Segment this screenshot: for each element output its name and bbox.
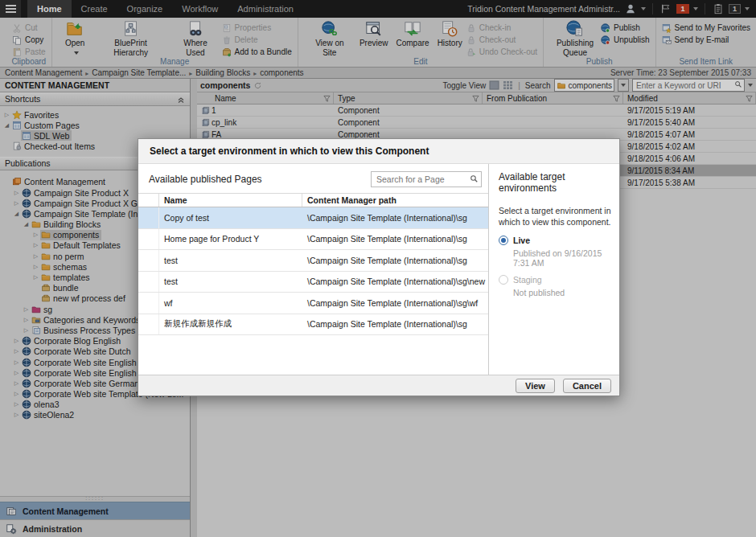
page-name-cell: test xyxy=(159,256,302,265)
pages-table-header: Name Content Manager path xyxy=(138,193,488,207)
page-path-cell: \Campaign Site Template (International)\… xyxy=(302,213,488,223)
pages-table-rows: Copy of test \Campaign Site Template (In… xyxy=(138,207,488,335)
page-name-cell: test xyxy=(159,277,302,286)
environment-instruction: Select a target environment in which to … xyxy=(499,205,611,228)
page-name-cell: 新規作成新規作成 xyxy=(159,318,302,330)
environment-note: Not published xyxy=(513,288,611,297)
page-row[interactable]: 新規作成新規作成 \Campaign Site Template (Intern… xyxy=(138,314,488,336)
page-path-cell: \Campaign Site Template (International)\… xyxy=(302,234,488,244)
page-row[interactable]: wf \Campaign Site Template (Internationa… xyxy=(138,293,488,314)
cancel-button[interactable]: Cancel xyxy=(563,379,611,393)
page-search xyxy=(371,171,482,187)
page-search-input[interactable] xyxy=(371,171,482,187)
page-row[interactable]: test \Campaign Site Template (Internatio… xyxy=(138,272,488,293)
published-pages-heading: Available published Pages xyxy=(149,174,262,185)
select-target-environment-dialog: Select a target environment in which to … xyxy=(138,138,620,396)
search-icon[interactable] xyxy=(470,174,479,183)
application-window: HomeCreateOrganizeWorkflowAdministration… xyxy=(0,0,756,537)
environment-options: Live Published on 9/16/2015 7:31 AM Stag… xyxy=(499,236,611,297)
target-environments-pane: Available target environments Select a t… xyxy=(489,164,619,375)
gutter-cell xyxy=(138,250,159,271)
gutter-cell xyxy=(138,293,159,314)
page-row[interactable]: test \Campaign Site Template (Internatio… xyxy=(138,250,488,272)
page-name-cell: Home page for Product Y xyxy=(159,234,302,244)
column-header-content-manager-path[interactable]: Content Manager path xyxy=(302,194,488,207)
page-path-cell: \Campaign Site Template (International)\… xyxy=(302,298,488,308)
radio-icon[interactable] xyxy=(499,275,508,285)
gutter-column xyxy=(138,194,159,207)
dialog-footer: View Cancel xyxy=(138,375,619,396)
view-button[interactable]: View xyxy=(516,379,555,393)
gutter-cell xyxy=(138,207,159,228)
dialog-title: Select a target environment in which to … xyxy=(138,139,619,164)
column-header-page-name[interactable]: Name xyxy=(159,194,302,207)
page-path-cell: \Campaign Site Template (International)\… xyxy=(302,256,488,265)
gutter-cell xyxy=(138,272,159,293)
environment-label: Live xyxy=(513,236,530,245)
page-path-cell: \Campaign Site Template (International)\… xyxy=(302,319,488,329)
gutter-cell xyxy=(138,229,159,250)
environment-note: Published on 9/16/2015 7:31 AM xyxy=(513,248,611,268)
radio-icon[interactable] xyxy=(499,236,508,245)
page-name-cell: Copy of test xyxy=(159,213,302,223)
environment-option[interactable]: Staging Not published xyxy=(499,275,611,297)
gutter-cell xyxy=(138,314,159,335)
page-path-cell: \Campaign Site Template (International)\… xyxy=(302,277,488,286)
environment-label: Staging xyxy=(513,275,542,285)
published-pages-pane: Available published Pages Name Content M… xyxy=(138,164,489,375)
target-environments-heading: Available target environments xyxy=(499,171,611,194)
environment-option[interactable]: Live Published on 9/16/2015 7:31 AM xyxy=(499,236,611,268)
page-name-cell: wf xyxy=(159,298,302,308)
page-row[interactable]: Home page for Product Y \Campaign Site T… xyxy=(138,229,488,251)
page-row[interactable]: Copy of test \Campaign Site Template (In… xyxy=(138,207,488,229)
